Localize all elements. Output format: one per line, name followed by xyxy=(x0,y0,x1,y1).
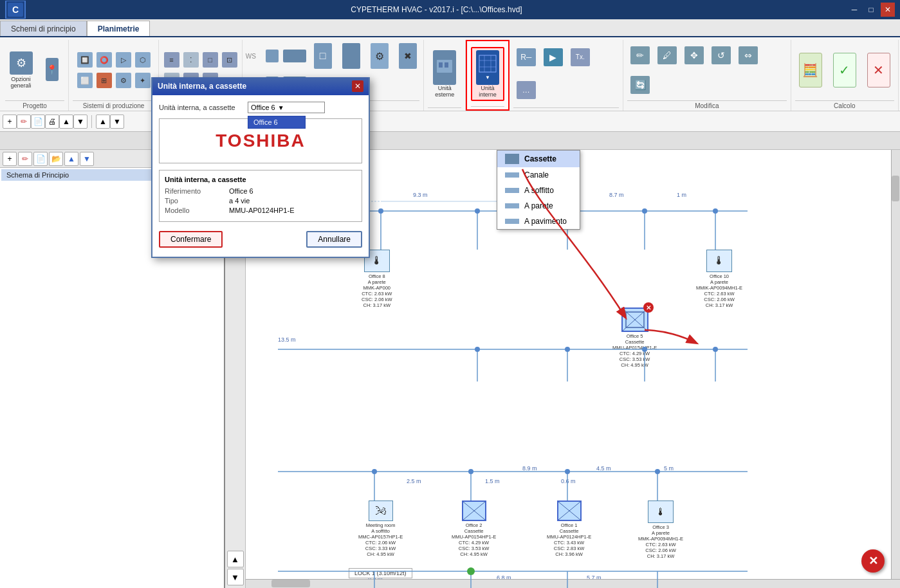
expand-button[interactable]: ⇔ xyxy=(735,44,761,66)
dist-btn-3[interactable]: □ xyxy=(310,41,336,71)
unita-interne-button[interactable]: ▼ Unitàinterne xyxy=(471,47,504,101)
horizontal-scrollbar[interactable] xyxy=(246,579,900,588)
calc-x-button[interactable]: ✕ xyxy=(863,50,895,90)
toolbar-new-btn[interactable]: 📄 xyxy=(31,115,45,129)
system-btn-4[interactable]: ⬡ xyxy=(134,50,152,69)
unit-office3[interactable]: 🌡 Office 3A pareteMMK-AP0094MH1-ECTC: 2.… xyxy=(638,501,683,559)
modal-select-value: Office 6 xyxy=(251,104,275,111)
modal-close-button[interactable]: ✕ xyxy=(352,80,363,92)
modal-key-ref: Riferimento xyxy=(165,187,216,195)
dist-btn-2[interactable] xyxy=(282,48,308,64)
svg-rect-7 xyxy=(478,54,497,73)
location-button[interactable]: 📍 xyxy=(39,55,65,85)
system-btn-1[interactable]: 🔲 xyxy=(76,50,94,69)
dist-btn-6[interactable]: ✖ xyxy=(395,41,421,71)
dist-btn-5[interactable]: ⚙ xyxy=(367,41,392,71)
sidebar-up-btn[interactable]: ▲ xyxy=(64,152,78,166)
sec-btn-4[interactable]: ⊡ xyxy=(221,50,239,69)
cancel-button[interactable]: Annullare xyxy=(306,231,362,248)
vtool-scroll-up[interactable]: ▲ xyxy=(227,551,244,567)
canvas-close-button[interactable]: ✕ xyxy=(861,549,885,573)
sidebar-down-btn[interactable]: ▼ xyxy=(80,152,94,166)
sec-btn-2[interactable]: ⁚ xyxy=(182,50,200,69)
maximize-button[interactable]: □ xyxy=(864,3,878,17)
lock-label: LOCK 1 (3.10m/12t) xyxy=(349,568,412,578)
dim-135m: 13.5 m xyxy=(278,336,296,343)
dist-btn-4[interactable] xyxy=(338,41,364,71)
unita-interne-dropdown: Cassette Canale A soffitto A parete A pa… xyxy=(497,150,580,230)
modal-option-office6[interactable]: Office 6 xyxy=(248,116,305,128)
toolbar-area: + ✏ 📄 🖨 ▲ ▼ ▲ ▼ xyxy=(0,111,900,132)
sidebar-open-btn[interactable]: 📂 xyxy=(49,152,63,166)
unit-office10[interactable]: 🌡 Office 10A pareteMMIK-AP0094MH1-ECTC: … xyxy=(696,250,742,308)
pen-button[interactable]: 🖊 xyxy=(654,44,680,66)
dim-15m: 1.5 m xyxy=(485,478,500,484)
system-btn-6[interactable]: ⊞ xyxy=(95,71,113,90)
minimize-button[interactable]: ─ xyxy=(847,3,861,17)
toolbar-arrow-up-btn[interactable]: ▲ xyxy=(96,115,110,129)
dim-1m: 1 m xyxy=(677,192,686,198)
system-btn-3[interactable]: ▷ xyxy=(115,50,133,69)
misc-btn-r[interactable]: R─ xyxy=(513,46,539,68)
modal-unit-select[interactable]: Office 6 ▼ xyxy=(248,102,325,113)
misc-btn-tx[interactable]: Tx. xyxy=(567,46,593,68)
calc-check-button[interactable]: ✓ xyxy=(829,50,861,90)
system-btn-5[interactable]: ⬜ xyxy=(76,71,94,90)
misc-btn-dots[interactable]: … xyxy=(513,79,539,101)
unit-meetingroom[interactable]: 🌬 Meeting roomA soffittoMMC-AP0157HP1-EC… xyxy=(358,501,403,557)
vtool-scroll-down[interactable]: ▼ xyxy=(227,569,244,585)
move-button[interactable]: ✥ xyxy=(681,44,707,66)
unit-office8[interactable]: 🌡 Office 8A pareteMMK-AP000CTC: 2.63 kWC… xyxy=(362,250,392,308)
window-controls: ─ □ ✕ xyxy=(847,3,895,17)
calc-button[interactable]: 🧮 xyxy=(794,50,827,90)
unit-office5[interactable]: ✕ Office 5CassetteMMU-AP0154HP1-ECTC: 4.… xyxy=(612,308,657,368)
system-btn-2[interactable]: ⭕ xyxy=(95,50,113,69)
sidebar-edit-btn[interactable]: ✏ xyxy=(18,152,32,166)
misc-btn-play[interactable]: ▶ xyxy=(540,46,566,68)
pin-icon: 📍 xyxy=(46,58,59,81)
modal-val-ref: Office 6 xyxy=(229,187,253,195)
tab-planimetrie[interactable]: Planimetrie xyxy=(87,21,151,36)
opzioni-generali-button[interactable]: ⚙ Opzionigenerali xyxy=(5,49,37,91)
toolbar-down-btn[interactable]: ▼ xyxy=(73,115,87,129)
refresh-button[interactable]: 🔄 xyxy=(627,74,653,96)
toolbar-up-btn[interactable]: ▲ xyxy=(59,115,73,129)
esterne-buttons: Unitàesterne xyxy=(428,41,461,106)
modal-dialog[interactable]: Unità interna, a cassette ✕ Unità intern… xyxy=(151,77,370,258)
ribbon-group-calcolo: 🧮 ✓ ✕ Calcolo xyxy=(791,40,899,111)
unita-esterne-button[interactable]: Unitàesterne xyxy=(428,48,461,100)
esterne-label xyxy=(428,107,461,109)
sec-btn-1[interactable]: ≡ xyxy=(163,50,181,69)
pencil-button[interactable]: ✏ xyxy=(627,44,653,66)
rotate-button[interactable]: ↺ xyxy=(708,44,734,66)
svg-point-46 xyxy=(372,469,377,474)
toolbar-print-btn[interactable]: 🖨 xyxy=(45,115,59,129)
sec-btn-3[interactable]: □ xyxy=(201,50,219,69)
sidebar-add-btn[interactable]: + xyxy=(3,152,17,166)
ribbon-group-produzione: 🔲 ⭕ ▷ ⬡ ⬜ ⊞ xyxy=(69,40,159,111)
sidebar-new-btn[interactable]: 📄 xyxy=(33,152,48,166)
modal-unit-label: Unità interna, a cassette xyxy=(159,104,243,111)
ribbon-group-progetto: ⚙ Opzionigenerali 📍 Progetto xyxy=(1,40,69,111)
dist-btn-1[interactable] xyxy=(264,48,280,64)
toolbar-arrow-down-btn[interactable]: ▼ xyxy=(110,115,124,129)
unit-office2[interactable]: Office 2CassetteMMU-AP0154HP1-ECTC: 4.29… xyxy=(452,501,496,557)
close-button[interactable]: ✕ xyxy=(881,3,895,17)
tab-bar: Schemi di principio Planimetrie xyxy=(0,19,900,37)
confirm-button[interactable]: Confermare xyxy=(159,231,223,248)
unit-office1[interactable]: Office 1CassetteMMU-AP0124HP1-ECTC: 3.43… xyxy=(547,501,591,557)
vertical-scrollbar[interactable] xyxy=(891,150,900,579)
menu-apavimento[interactable]: A pavimento xyxy=(497,214,580,229)
menu-aparete[interactable]: A parete xyxy=(497,198,580,214)
menu-cassette[interactable]: Cassette xyxy=(497,151,580,167)
tab-schemi[interactable]: Schemi di principio xyxy=(0,21,87,36)
dim-45m: 4.5 m xyxy=(596,465,611,472)
system-btn-7[interactable]: ⚙ xyxy=(115,71,133,90)
toolbar-add-btn[interactable]: + xyxy=(3,115,17,129)
toolbar-edit-btn[interactable]: ✏ xyxy=(17,115,31,129)
produzione-label: Sistemi di produzione xyxy=(73,100,154,109)
menu-canale[interactable]: Canale xyxy=(497,167,580,183)
ribbon-label-row xyxy=(0,132,900,150)
system-btn-8[interactable]: ✦ xyxy=(134,71,152,90)
menu-asoffitto[interactable]: A soffitto xyxy=(497,183,580,198)
